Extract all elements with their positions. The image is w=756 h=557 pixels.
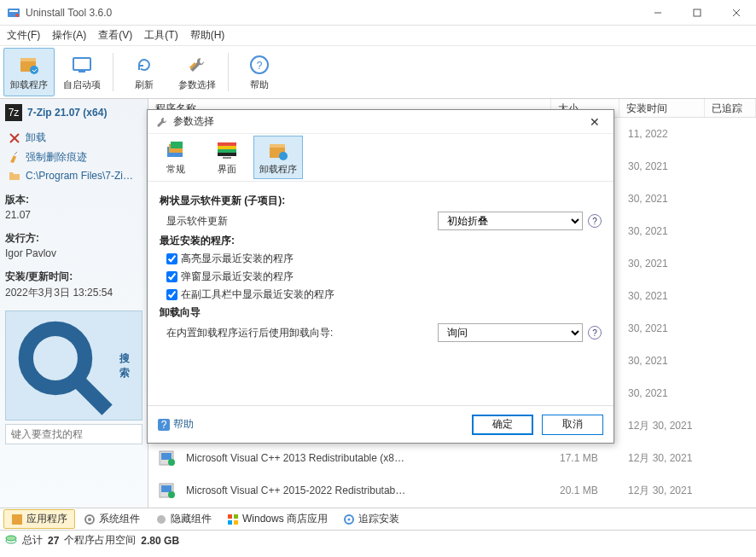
search-header: 搜索 xyxy=(5,310,142,421)
svg-rect-8 xyxy=(20,58,36,61)
wrench-icon xyxy=(154,115,168,129)
svg-rect-76 xyxy=(223,157,231,159)
svg-text:?: ? xyxy=(257,60,263,72)
selected-app-name: 7-Zip 21.07 (x64) xyxy=(27,107,107,119)
svg-rect-4 xyxy=(694,9,701,16)
tab-apps[interactable]: 应用程序 xyxy=(3,509,75,529)
toolbar-refresh[interactable]: 刷新 xyxy=(119,48,170,96)
svg-point-68 xyxy=(6,536,16,541)
x-icon xyxy=(9,132,20,144)
collapse-select[interactable]: 初始折叠 xyxy=(438,212,583,230)
wizard-section-title: 卸载向导 xyxy=(160,305,602,320)
row-date: 30, 2021 xyxy=(628,258,713,270)
sidebar-path-link[interactable]: C:\Program Files\7-Zi… xyxy=(5,167,142,184)
svg-point-66 xyxy=(348,518,351,520)
tab-system[interactable]: 系统组件 xyxy=(77,510,147,528)
svg-point-19 xyxy=(26,328,84,387)
dialog-titlebar: 参数选择 ✕ xyxy=(148,110,614,134)
status-count: 27 xyxy=(48,535,59,547)
show-updates-label: 显示软件更新 xyxy=(166,214,228,229)
preferences-dialog: 参数选择 ✕ 常规 界面 卸载程序 树状显示软件更新 (子项目): 显示软件更新… xyxy=(147,109,614,444)
help-icon[interactable]: ? xyxy=(588,326,602,339)
row-date: 30, 2021 xyxy=(628,387,713,399)
dialog-tabs: 常规 界面 卸载程序 xyxy=(148,134,614,182)
dialog-tab-general[interactable]: 常规 xyxy=(151,136,201,179)
svg-text:?: ? xyxy=(161,419,167,431)
tab-hidden[interactable]: 隐藏组件 xyxy=(148,510,218,528)
status-prefix: 总计 xyxy=(22,533,43,548)
menu-help[interactable]: 帮助(H) xyxy=(190,28,225,43)
ok-button[interactable]: 确定 xyxy=(472,415,533,435)
svg-point-56 xyxy=(168,491,175,498)
menu-ops[interactable]: 操作(A) xyxy=(52,28,86,43)
col-date[interactable]: 安装时间 xyxy=(619,99,705,117)
monitor-color-icon xyxy=(216,140,238,162)
dialog-tab-ui[interactable]: 界面 xyxy=(202,136,252,179)
dialog-title: 参数选择 xyxy=(173,114,583,129)
search-input[interactable] xyxy=(5,424,142,444)
svg-point-9 xyxy=(30,66,38,74)
svg-rect-61 xyxy=(228,514,232,519)
gear-icon xyxy=(84,513,96,525)
svg-rect-75 xyxy=(218,149,236,153)
sidebar-uninstall-link[interactable]: 卸载 xyxy=(5,128,142,148)
install-time-label: 安装/更新时间: xyxy=(5,270,142,284)
table-row[interactable]: Microsoft Visual C++ 2013 Redistributabl… xyxy=(148,442,756,474)
svg-point-60 xyxy=(157,515,166,524)
search-icon xyxy=(11,314,114,417)
close-button[interactable] xyxy=(717,0,756,26)
menubar: 文件(F) 操作(A) 查看(V) 工具(T) 帮助(H) xyxy=(0,26,756,46)
row-date: 11, 2022 xyxy=(628,128,713,140)
tree-section-title: 树状显示软件更新 (子项目): xyxy=(160,194,602,208)
svg-point-59 xyxy=(88,518,91,521)
apps-icon xyxy=(11,513,23,525)
table-row[interactable]: Microsoft Visual C++ 2015-2022 Redistrib… xyxy=(148,474,756,507)
svg-rect-1 xyxy=(9,10,18,12)
svg-point-53 xyxy=(168,459,175,466)
row-date: 30, 2021 xyxy=(628,290,713,302)
svg-rect-64 xyxy=(234,520,238,525)
col-track[interactable]: 已追踪 xyxy=(705,99,756,117)
window-title: Uninstall Tool 3.6.0 xyxy=(26,7,638,19)
menu-view[interactable]: 查看(V) xyxy=(98,28,132,43)
help-icon[interactable]: ? xyxy=(588,214,602,228)
highlight-checkbox[interactable] xyxy=(166,253,177,264)
toolbar-autorun[interactable]: 自启动项 xyxy=(56,48,108,96)
wizard-select[interactable]: 询问 xyxy=(438,323,583,342)
row-name: Microsoft Visual C++ 2015-2022 Redistrib… xyxy=(186,484,560,496)
hidden-icon xyxy=(155,513,167,525)
toolbar-prefs[interactable]: 参数选择 xyxy=(172,48,223,96)
recent-section-title: 最近安装的程序: xyxy=(160,234,602,248)
dialog-close-button[interactable]: ✕ xyxy=(583,113,607,131)
tab-track[interactable]: 追踪安装 xyxy=(336,510,406,528)
wrench-icon xyxy=(185,53,209,77)
status-mid: 个程序占用空间 xyxy=(64,533,136,548)
sidebar-force-remove-link[interactable]: 强制删除痕迹 xyxy=(5,148,142,167)
dialog-tab-uninstall[interactable]: 卸载程序 xyxy=(253,136,303,179)
svg-rect-71 xyxy=(171,142,183,148)
toolbar-uninstall[interactable]: 卸载程序 xyxy=(3,48,55,96)
version-label: 版本: xyxy=(5,193,142,207)
toolbar-help[interactable]: ? 帮助 xyxy=(234,48,285,96)
minimize-button[interactable] xyxy=(638,0,677,26)
box-icon xyxy=(267,140,289,162)
cancel-button[interactable]: 取消 xyxy=(542,415,603,435)
row-name: Microsoft Visual C++ 2013 Redistributabl… xyxy=(186,452,560,464)
sidebar: 7z 7-Zip 21.07 (x64) 卸载 强制删除痕迹 C:\Progra… xyxy=(0,99,148,508)
popup-checkbox[interactable] xyxy=(166,271,177,282)
toolbar-recent-checkbox[interactable] xyxy=(166,289,177,300)
version-value: 21.07 xyxy=(5,209,142,221)
menu-file[interactable]: 文件(F) xyxy=(7,28,40,43)
dialog-help-link[interactable]: ? 帮助 xyxy=(158,417,194,432)
svg-point-2 xyxy=(15,14,19,17)
maximize-button[interactable] xyxy=(677,0,717,26)
publisher-label: 发行方: xyxy=(5,231,142,246)
row-date: 30, 2021 xyxy=(628,355,713,367)
svg-line-18 xyxy=(15,152,17,154)
menu-tools[interactable]: 工具(T) xyxy=(144,28,177,43)
svg-rect-78 xyxy=(270,144,285,148)
row-date: 12月 30, 2021 xyxy=(628,451,713,466)
tab-store[interactable]: Windows 商店应用 xyxy=(220,510,334,528)
status-size: 2.80 GB xyxy=(141,535,179,547)
svg-rect-74 xyxy=(218,146,236,149)
